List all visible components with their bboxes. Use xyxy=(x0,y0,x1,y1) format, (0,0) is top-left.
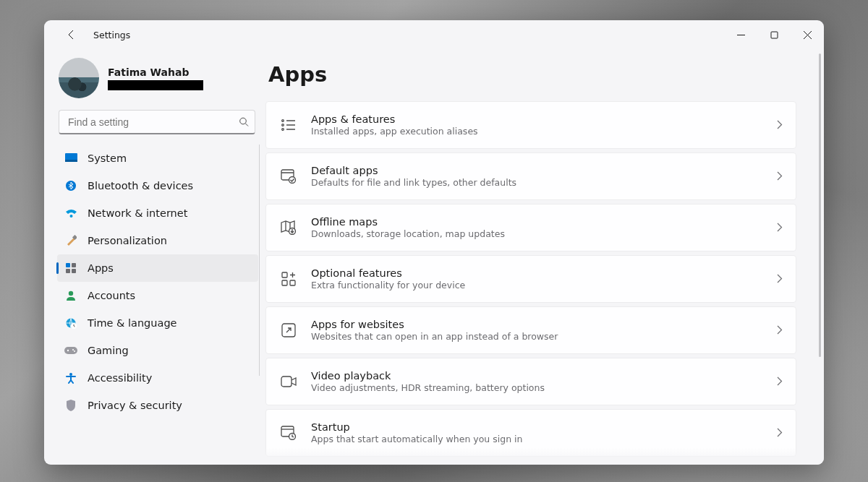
chevron-right-icon xyxy=(777,221,783,235)
card-title: Startup xyxy=(311,421,777,433)
grid-plus-icon xyxy=(279,270,298,288)
globe-clock-icon xyxy=(64,317,77,330)
system-icon xyxy=(64,152,77,165)
card-apps-for-websites[interactable]: Apps for websites Websites that can open… xyxy=(265,306,796,354)
svg-rect-33 xyxy=(282,272,287,277)
svg-rect-35 xyxy=(290,280,295,285)
card-default-apps[interactable]: Default apps Defaults for file and link … xyxy=(265,152,796,200)
svg-rect-5 xyxy=(65,160,77,162)
nav-list: System Bluetooth & devices Network & int… xyxy=(57,145,258,419)
svg-rect-37 xyxy=(281,376,292,387)
card-desc: Apps that start automatically when you s… xyxy=(311,434,777,444)
search-wrapper xyxy=(59,110,255,134)
bluetooth-icon xyxy=(64,179,77,192)
sidebar-item-gaming[interactable]: Gaming xyxy=(57,337,258,364)
close-button[interactable] xyxy=(791,20,824,49)
card-apps-features[interactable]: Apps & features Installed apps, app exec… xyxy=(265,101,796,149)
video-icon xyxy=(279,372,298,391)
svg-rect-10 xyxy=(72,263,76,267)
card-title: Video playback xyxy=(311,370,777,382)
account-block[interactable]: Fatima Wahab xyxy=(57,53,258,110)
settings-card-list: Apps & features Installed apps, app exec… xyxy=(265,101,804,457)
sidebar-item-label: Accessibility xyxy=(88,372,152,384)
svg-point-7 xyxy=(69,215,72,218)
minimize-button[interactable] xyxy=(724,20,757,49)
sidebar-item-label: Time & language xyxy=(88,317,177,329)
vertical-scrollbar[interactable] xyxy=(819,53,821,357)
sidebar-item-label: Apps xyxy=(88,262,114,274)
card-startup[interactable]: Startup Apps that start automatically wh… xyxy=(265,409,796,457)
svg-point-21 xyxy=(282,120,284,122)
svg-point-23 xyxy=(282,124,284,126)
accessibility-icon xyxy=(64,371,77,384)
svg-point-2 xyxy=(240,118,247,124)
sidebar-item-label: Personalization xyxy=(88,235,167,246)
sidebar-item-privacy[interactable]: Privacy & security xyxy=(57,392,258,419)
chevron-right-icon xyxy=(777,426,783,440)
sidebar-item-system[interactable]: System xyxy=(57,145,258,172)
main-content: Apps Apps & features Installed apps, app… xyxy=(263,49,824,465)
selection-indicator xyxy=(56,262,59,274)
startup-icon xyxy=(279,423,298,442)
chevron-right-icon xyxy=(777,375,783,389)
search-input[interactable] xyxy=(59,110,255,134)
card-desc: Video adjustments, HDR streaming, batter… xyxy=(311,382,777,393)
card-title: Apps & features xyxy=(311,113,777,125)
svg-rect-12 xyxy=(72,269,76,273)
sidebar-item-personalization[interactable]: Personalization xyxy=(57,227,258,254)
card-desc: Downloads, storage location, map updates xyxy=(311,228,777,239)
sidebar-item-bluetooth[interactable]: Bluetooth & devices xyxy=(57,172,258,199)
svg-point-20 xyxy=(69,373,72,376)
sidebar: Fatima Wahab System xyxy=(44,49,263,465)
person-icon xyxy=(64,289,77,302)
sidebar-item-label: Bluetooth & devices xyxy=(88,180,193,191)
open-link-icon xyxy=(279,321,298,340)
svg-point-18 xyxy=(72,349,74,350)
chevron-right-icon xyxy=(777,170,783,184)
window-title: Settings xyxy=(93,30,130,40)
list-icon xyxy=(279,116,298,134)
sidebar-item-apps[interactable]: Apps xyxy=(57,254,258,282)
sidebar-item-label: Network & internet xyxy=(88,207,187,219)
titlebar: Settings xyxy=(44,20,824,49)
sidebar-item-accessibility[interactable]: Accessibility xyxy=(57,364,258,392)
gamepad-icon xyxy=(64,344,77,357)
apps-icon xyxy=(64,262,77,275)
back-button[interactable] xyxy=(60,23,83,46)
sidebar-item-label: Accounts xyxy=(88,290,135,301)
card-title: Offline maps xyxy=(311,216,777,228)
svg-point-13 xyxy=(69,291,73,296)
nav-scrollbar-track xyxy=(259,145,260,376)
sidebar-item-label: Privacy & security xyxy=(88,400,182,411)
card-desc: Websites that can open in an app instead… xyxy=(311,331,777,342)
svg-rect-34 xyxy=(282,280,287,285)
svg-rect-11 xyxy=(66,269,70,273)
map-download-icon xyxy=(279,218,298,237)
sidebar-item-time-language[interactable]: Time & language xyxy=(57,309,258,337)
chevron-right-icon xyxy=(777,272,783,286)
card-offline-maps[interactable]: Offline maps Downloads, storage location… xyxy=(265,204,796,251)
card-title: Optional features xyxy=(311,267,777,279)
card-desc: Extra functionality for your device xyxy=(311,280,777,291)
wifi-icon xyxy=(64,207,77,220)
window-controls xyxy=(724,20,824,49)
shield-icon xyxy=(64,399,77,412)
search-icon[interactable] xyxy=(239,117,250,128)
card-video-playback[interactable]: Video playback Video adjustments, HDR st… xyxy=(265,358,796,405)
sidebar-item-label: Gaming xyxy=(88,345,129,356)
svg-rect-1 xyxy=(771,32,778,38)
user-name: Fatima Wahab xyxy=(108,66,203,78)
sidebar-item-accounts[interactable]: Accounts xyxy=(57,282,258,309)
svg-point-29 xyxy=(289,177,296,184)
sidebar-item-label: System xyxy=(88,152,127,164)
chevron-right-icon xyxy=(777,324,783,337)
paintbrush-icon xyxy=(64,234,77,247)
svg-point-17 xyxy=(67,350,69,351)
card-optional-features[interactable]: Optional features Extra functionality fo… xyxy=(265,255,796,303)
sidebar-item-network[interactable]: Network & internet xyxy=(57,199,258,227)
card-desc: Defaults for file and link types, other … xyxy=(311,177,777,188)
page-title: Apps xyxy=(265,62,804,87)
svg-line-3 xyxy=(245,124,248,126)
svg-rect-16 xyxy=(64,347,77,354)
maximize-button[interactable] xyxy=(757,20,791,49)
